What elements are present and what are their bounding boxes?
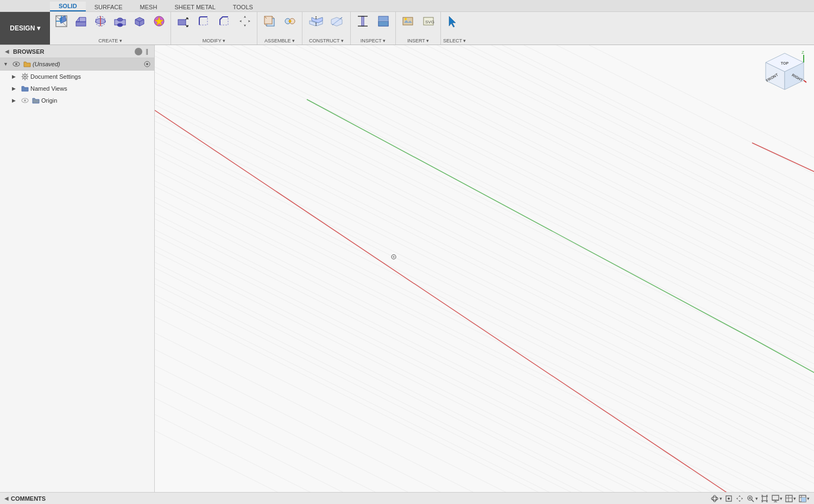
move-button[interactable] bbox=[235, 13, 255, 29]
svg-line-48 bbox=[155, 159, 814, 492]
inspect-label[interactable]: INSPECT ▾ bbox=[353, 38, 393, 43]
svg-line-91 bbox=[155, 203, 814, 492]
fit-btn[interactable] bbox=[760, 494, 769, 503]
section-analysis-button[interactable] bbox=[374, 13, 393, 30]
svg-line-57 bbox=[155, 45, 814, 414]
svg-line-81 bbox=[155, 45, 814, 474]
tab-tools[interactable]: TOOLS bbox=[224, 3, 262, 11]
svg-point-20 bbox=[289, 20, 291, 22]
look-at-btn[interactable] bbox=[724, 494, 733, 503]
modify-label[interactable]: MODIFY ▾ bbox=[173, 38, 255, 43]
expand-arrow-views[interactable]: ▶ bbox=[12, 86, 20, 91]
svg-point-34 bbox=[15, 63, 17, 65]
insert-svg-button[interactable]: SVG bbox=[419, 13, 438, 30]
svg-line-68 bbox=[155, 45, 814, 262]
joint-button[interactable] bbox=[280, 13, 300, 30]
svg-line-124 bbox=[752, 500, 754, 502]
new-component-icon bbox=[262, 14, 276, 28]
svg-line-93 bbox=[155, 235, 814, 492]
svg-line-51 bbox=[155, 208, 814, 492]
svg-rect-128 bbox=[772, 495, 779, 500]
tree-item-named-views[interactable]: ▶ Named Views bbox=[0, 83, 154, 94]
expand-arrow[interactable]: ▶ bbox=[12, 74, 20, 79]
svg-line-108 bbox=[307, 99, 752, 338]
svg-line-41 bbox=[155, 45, 814, 480]
insert-label[interactable]: INSERT ▾ bbox=[398, 38, 438, 43]
view-cube-svg: TOP FRONT RIGHT X Z bbox=[763, 51, 806, 99]
tree-item-unsaved[interactable]: ▼ (Unsaved) bbox=[0, 58, 154, 71]
svg-point-10 bbox=[117, 23, 123, 27]
tab-mesh[interactable]: MESH bbox=[131, 3, 166, 11]
sidebar: ◀ BROWSER ‖ ▼ (Unsaved bbox=[0, 45, 155, 492]
axis-button[interactable] bbox=[327, 13, 347, 30]
fillet-button[interactable] bbox=[194, 13, 213, 29]
settings-cog-icon[interactable] bbox=[143, 60, 151, 68]
browser-collapse-icon[interactable]: ◀ bbox=[3, 48, 11, 55]
offset-plane-icon bbox=[308, 14, 324, 28]
section-analysis-icon bbox=[376, 14, 390, 28]
insert-svg-icon: SVG bbox=[421, 14, 436, 28]
pan-icon bbox=[735, 494, 744, 503]
tab-surface[interactable]: SURFACE bbox=[86, 3, 131, 11]
tab-solid[interactable]: SOLID bbox=[50, 2, 86, 11]
extrude-button[interactable] bbox=[72, 13, 90, 29]
assemble-section: ASSEMBLE ▾ bbox=[257, 12, 302, 45]
new-sketch-button[interactable] bbox=[52, 13, 71, 29]
svg-line-109 bbox=[752, 338, 814, 458]
collapse-icon[interactable]: ▼ bbox=[3, 61, 11, 67]
svg-line-77 bbox=[155, 45, 814, 409]
create-label[interactable]: CREATE ▾ bbox=[52, 38, 168, 43]
viewport[interactable]: TOP FRONT RIGHT X Z bbox=[155, 45, 814, 492]
hole-button[interactable] bbox=[111, 13, 129, 29]
view-cube[interactable]: TOP FRONT RIGHT X Z bbox=[763, 51, 806, 99]
svg-rect-12 bbox=[178, 20, 186, 25]
tree-item-doc-settings[interactable]: ▶ Document Settings bbox=[0, 71, 154, 83]
insert-canvas-button[interactable] bbox=[398, 13, 418, 30]
svg-line-70 bbox=[155, 45, 814, 295]
offset-plane-button[interactable] bbox=[306, 13, 326, 30]
svg-rect-132 bbox=[786, 495, 792, 502]
chamfer-icon bbox=[217, 14, 231, 28]
svg-line-44 bbox=[155, 94, 814, 492]
unsaved-label: (Unsaved) bbox=[33, 61, 143, 67]
svg-line-75 bbox=[155, 45, 814, 376]
orbit-icon-btn[interactable]: ▾ bbox=[710, 494, 722, 503]
tab-sheet-metal[interactable]: SHEET METAL bbox=[166, 3, 224, 11]
hole-icon bbox=[113, 14, 127, 28]
browser-pin-icon[interactable]: ‖ bbox=[143, 48, 151, 55]
expand-arrow-origin[interactable]: ▶ bbox=[12, 98, 20, 103]
select-button[interactable] bbox=[443, 13, 464, 32]
box-button[interactable] bbox=[130, 13, 149, 29]
zoom-btn[interactable]: ▾ bbox=[746, 494, 758, 503]
revolve-button[interactable] bbox=[91, 13, 110, 29]
svg-line-97 bbox=[155, 300, 814, 492]
pan-btn[interactable] bbox=[735, 494, 744, 503]
grid-settings-btn[interactable]: ▾ bbox=[785, 494, 796, 503]
push-pull-button[interactable] bbox=[173, 13, 193, 29]
tree-item-origin[interactable]: ▶ Origin bbox=[0, 94, 154, 106]
view-settings-btn[interactable]: ▾ bbox=[798, 494, 810, 503]
comments-collapse-icon[interactable]: ◀ bbox=[4, 495, 9, 501]
svg-line-42 bbox=[155, 61, 814, 492]
svg-point-122 bbox=[728, 497, 730, 500]
svg-rect-138 bbox=[802, 497, 806, 502]
select-label[interactable]: SELECT ▾ bbox=[443, 38, 466, 43]
browser-header: ◀ BROWSER ‖ bbox=[0, 45, 154, 58]
axis-icon bbox=[330, 14, 344, 28]
svg-line-43 bbox=[155, 78, 814, 492]
browser-dot-icon[interactable] bbox=[135, 48, 142, 55]
svg-line-101 bbox=[155, 366, 814, 492]
measure-button[interactable] bbox=[353, 13, 373, 30]
construct-label[interactable]: CONSTRUCT ▾ bbox=[306, 38, 347, 43]
svg-rect-23 bbox=[362, 16, 364, 26]
inspect-section: INSPECT ▾ bbox=[351, 12, 396, 45]
svg-line-67 bbox=[155, 45, 814, 251]
design-button[interactable]: DESIGN ▾ bbox=[0, 12, 50, 45]
svg-rect-127 bbox=[762, 496, 767, 501]
svg-point-111 bbox=[393, 256, 395, 258]
assemble-label[interactable]: ASSEMBLE ▾ bbox=[260, 38, 300, 43]
new-component-button[interactable] bbox=[260, 13, 279, 30]
create-solid-button[interactable] bbox=[150, 13, 168, 29]
chamfer-button[interactable] bbox=[214, 13, 234, 29]
display-mode-btn[interactable]: ▾ bbox=[771, 494, 783, 503]
